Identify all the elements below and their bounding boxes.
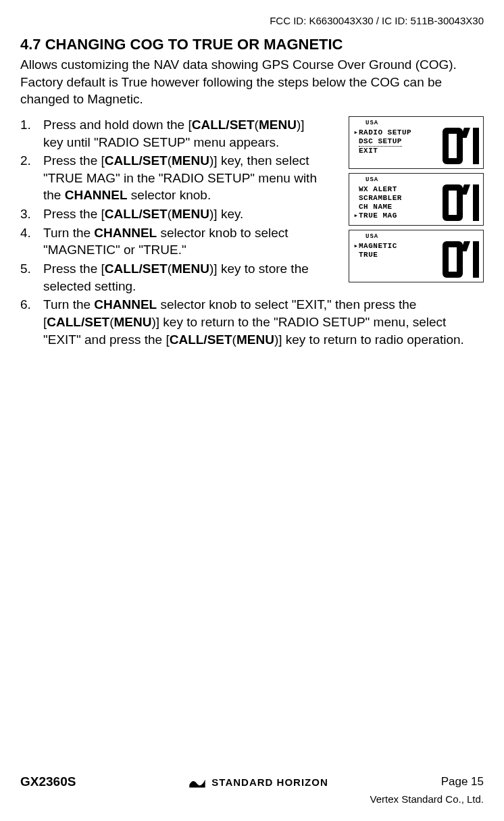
page-number: Page 15 [441,775,484,789]
lcd-menu-line: TRUE [353,251,418,259]
lcd-menu-text: EXIT [359,147,378,155]
content-area: USA▸RADIO SETUPDSC SETUPEXITAUSAWX ALERT… [20,116,484,348]
page-footer: GX2360S STANDARD HORIZON Page 15 Vertex … [20,774,484,805]
document-page: FCC ID: K6630043X30 / IC ID: 511B-30043X… [0,0,504,821]
section-intro: Allows customizing the NAV data showing … [20,56,484,108]
lcd-menu-text: TRUE MAG [359,212,397,220]
instruction-text: Press the [CALL/SET(MENU)] key, then sel… [43,152,327,204]
instruction-text: Turn the CHANNEL selector knob to select… [43,224,327,259]
brand-text: STANDARD HORIZON [211,776,328,788]
company-line: Vertex Standard Co., Ltd. [20,793,484,805]
lcd-menu-text: DSC SETUP [359,137,402,147]
lcd-menu-text: MAGNETIC [359,242,397,251]
instruction-number: 4. [20,224,43,242]
fcc-id-line: FCC ID: K6630043X30 / IC ID: 511B-30043X… [20,15,484,26]
lcd-region-label: USA [366,176,418,184]
lcd-menu-text: RADIO SETUP [359,128,411,137]
lcd-menu-area: USA▸MAGNETICTRUE [353,233,418,279]
lcd-screen: USA▸MAGNETICTRUEA [349,230,484,282]
lcd-sub-label: A [473,154,478,164]
model-number: GX2360S [20,774,76,789]
selector-arrow-icon: ▸ [353,212,359,220]
instruction-number: 3. [20,205,43,223]
lcd-menu-line: DSC SETUP [353,137,418,147]
section-heading: 4.7 CHANGING COG TO TRUE OR MAGNETIC [20,36,484,53]
lcd-screen: USA▸RADIO SETUPDSC SETUPEXITA [349,116,484,169]
digit-zero-icon [443,184,463,221]
instruction-text: Press and hold down the [CALL/SET(MENU)]… [43,116,327,151]
lcd-menu-line: CH NAME [353,203,418,212]
selector-arrow-icon: ▸ [353,128,359,137]
lcd-screen: USAWX ALERTSCRAMBLERCH NAME▸TRUE MAGA [349,173,484,226]
instruction-number: 1. [20,116,43,134]
digit-zero-icon [443,241,463,278]
instruction-number: 5. [20,260,43,278]
instruction-text: Press the [CALL/SET(MENU)] key to store … [43,260,327,295]
lcd-menu-line: ▸RADIO SETUP [353,128,418,137]
lcd-menu-text: TRUE [359,251,378,259]
lcd-channel-area: A [421,176,479,222]
lcd-channel-area: A [421,233,479,279]
brand-logo: STANDARD HORIZON [188,775,328,789]
lcd-menu-area: USAWX ALERTSCRAMBLERCH NAME▸TRUE MAG [353,176,418,222]
instruction-item: 6.Turn the CHANNEL selector knob to sele… [20,296,484,348]
selector-arrow-icon: ▸ [353,242,359,251]
lcd-menu-text: SCRAMBLER [359,194,402,203]
lcd-menu-line: EXIT [353,147,418,155]
lcd-menu-text: CH NAME [359,203,393,212]
lcd-menu-line: SCRAMBLER [353,194,418,203]
lcd-display-stack: USA▸RADIO SETUPDSC SETUPEXITAUSAWX ALERT… [349,116,484,287]
lcd-menu-line: ▸TRUE MAG [353,212,418,220]
lcd-menu-line: ▸MAGNETIC [353,242,418,251]
instruction-text: Turn the CHANNEL selector knob to select… [43,296,484,348]
lcd-sub-label: A [473,211,478,220]
lcd-sub-label: A [473,268,478,277]
lcd-menu-line: WX ALERT [353,185,418,194]
lcd-menu-area: USA▸RADIO SETUPDSC SETUPEXIT [353,120,418,166]
digit-zero-icon [443,128,463,164]
lcd-channel-area: A [421,120,479,166]
lcd-region-label: USA [366,120,418,127]
instruction-number: 2. [20,152,43,170]
instruction-number: 6. [20,296,43,314]
lcd-menu-text: WX ALERT [359,185,397,194]
wave-icon [188,775,206,789]
lcd-region-label: USA [366,233,418,241]
instruction-text: Press the [CALL/SET(MENU)] key. [43,205,327,223]
